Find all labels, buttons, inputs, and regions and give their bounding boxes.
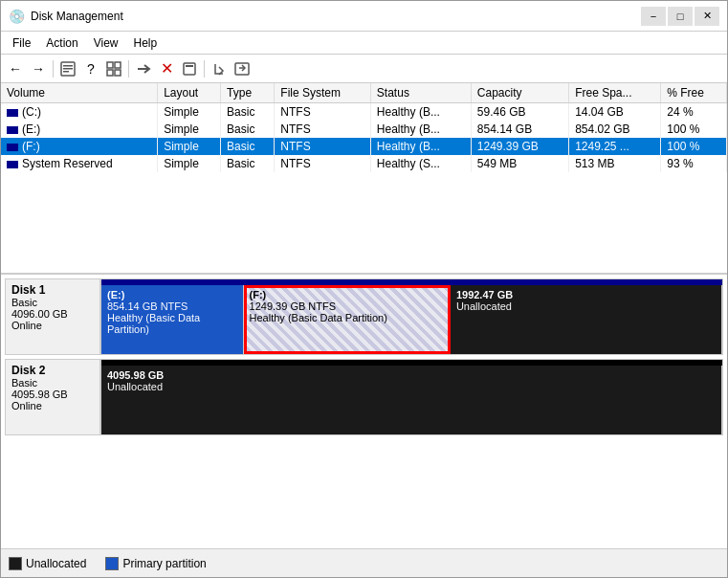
svg-rect-6 [107, 70, 113, 76]
svg-rect-4 [107, 62, 113, 68]
cell-fs: NTFS [275, 103, 371, 122]
export-button[interactable] [232, 58, 253, 79]
partitions-container: 4095.98 GB Unallocated [100, 359, 723, 435]
cell-type: Basic [221, 138, 275, 155]
title-bar: 💿 Disk Management − □ ✕ [1, 1, 727, 32]
cell-layout: Simple [158, 138, 221, 155]
svg-rect-3 [63, 71, 69, 73]
disk-status: Online [11, 320, 94, 331]
cell-status: Healthy (B... [370, 121, 471, 138]
cell-capacity: 1249.39 GB [471, 138, 568, 155]
col-volume: Volume [1, 83, 158, 103]
cell-pct: 24 % [661, 103, 727, 122]
menu-action[interactable]: Action [38, 34, 85, 52]
close-button[interactable]: ✕ [695, 7, 719, 26]
menu-bar: File Action View Help [1, 32, 727, 55]
disk-label: Disk 1 Basic 4096.00 GB Online [5, 278, 100, 355]
partition[interactable]: (F:) 1249.39 GB NTFS Healthy (Basic Data… [244, 285, 451, 354]
disk-row: Disk 2 Basic 4095.98 GB Online 4095.98 G… [5, 359, 723, 435]
partition-name: 1992.47 GB [456, 289, 716, 300]
cell-pct: 93 % [661, 155, 727, 172]
cell-volume: (C:) [1, 103, 158, 122]
table-row[interactable]: (F:)SimpleBasicNTFSHealthy (B...1249.39 … [1, 138, 727, 155]
cell-pct: 100 % [661, 138, 727, 155]
partition-size: 1249.39 GB NTFS [250, 300, 444, 312]
partition[interactable]: 1992.47 GB Unallocated [451, 285, 722, 354]
svg-rect-9 [184, 63, 195, 75]
cell-type: Basic [221, 155, 275, 172]
format-button[interactable] [179, 58, 200, 79]
back-button[interactable]: ← [5, 58, 26, 79]
toolbar-separator-3 [204, 60, 205, 78]
cell-type: Basic [221, 121, 275, 138]
toolbar-separator-1 [53, 60, 54, 78]
table-row[interactable]: System ReservedSimpleBasicNTFSHealthy (S… [1, 155, 727, 172]
properties-button[interactable] [57, 58, 78, 79]
cell-capacity: 59.46 GB [471, 103, 568, 122]
cell-status: Healthy (B... [370, 138, 471, 155]
cell-layout: Simple [158, 121, 221, 138]
cell-free: 854.02 GB [569, 121, 661, 138]
disk-name: Disk 1 [11, 283, 94, 297]
partitions-row: (E:) 854.14 GB NTFS Healthy (Basic Data … [101, 285, 722, 354]
menu-file[interactable]: File [5, 34, 38, 52]
window-title: Disk Management [31, 10, 641, 23]
svg-rect-2 [63, 68, 73, 70]
status-bar: Unallocated Primary partition [1, 548, 727, 577]
cell-layout: Simple [158, 155, 221, 172]
cell-status: Healthy (S... [370, 155, 471, 172]
cell-layout: Simple [158, 103, 221, 122]
partition-status: Healthy (Basic Data Partition) [250, 312, 444, 323]
view-grid-button[interactable] [103, 58, 124, 79]
svg-rect-5 [115, 62, 121, 68]
table-row[interactable]: (C:)SimpleBasicNTFSHealthy (B...59.46 GB… [1, 103, 727, 122]
partition-status: Healthy (Basic Data Partition) [107, 312, 237, 335]
col-filesystem: File System [275, 83, 371, 103]
partition[interactable]: (E:) 854.14 GB NTFS Healthy (Basic Data … [101, 285, 244, 354]
col-layout: Layout [158, 83, 221, 103]
partition-size: 854.14 GB NTFS [107, 300, 237, 312]
partition-name: 4095.98 GB [107, 369, 716, 381]
cell-volume: (E:) [1, 121, 158, 138]
disk-label: Disk 2 Basic 4095.98 GB Online [5, 359, 100, 435]
table-row[interactable]: (E:)SimpleBasicNTFSHealthy (B...854.14 G… [1, 121, 727, 138]
cell-fs: NTFS [275, 138, 371, 155]
minimize-button[interactable]: − [641, 7, 666, 26]
col-status: Status [370, 83, 471, 103]
partition-name: (E:) [107, 289, 237, 300]
volume-table: Volume Layout Type File System Status Ca… [1, 83, 727, 172]
connect-button[interactable] [133, 58, 154, 79]
cell-fs: NTFS [275, 121, 371, 138]
disk-map-area: Disk 1 Basic 4096.00 GB Online (E:) 854.… [1, 275, 727, 548]
help-button[interactable]: ? [80, 58, 101, 79]
import-button[interactable] [209, 58, 230, 79]
disk-size: 4095.98 GB [11, 389, 94, 400]
app-icon: 💿 [9, 9, 25, 24]
toolbar: ← → ? ✕ [1, 55, 727, 83]
partition-name: (F:) [250, 289, 444, 300]
partition[interactable]: 4095.98 GB Unallocated [101, 366, 722, 434]
cell-pct: 100 % [661, 121, 727, 138]
menu-help[interactable]: Help [126, 34, 165, 52]
menu-view[interactable]: View [86, 34, 126, 52]
disk-row: Disk 1 Basic 4096.00 GB Online (E:) 854.… [5, 278, 723, 355]
partition-size: Unallocated [107, 381, 716, 392]
main-content: Volume Layout Type File System Status Ca… [1, 83, 727, 548]
delete-button[interactable]: ✕ [156, 58, 177, 79]
svg-rect-11 [235, 63, 249, 75]
cell-free: 513 MB [569, 155, 661, 172]
forward-button[interactable]: → [28, 58, 49, 79]
col-type: Type [221, 83, 275, 103]
partition-size: Unallocated [456, 300, 716, 312]
cell-free: 14.04 GB [569, 103, 661, 122]
cell-capacity: 854.14 GB [471, 121, 568, 138]
svg-rect-7 [115, 70, 121, 76]
table-header-row: Volume Layout Type File System Status Ca… [1, 83, 727, 103]
disk-status: Online [11, 400, 94, 411]
disk-size: 4096.00 GB [11, 308, 94, 320]
partitions-row: 4095.98 GB Unallocated [101, 366, 722, 434]
cell-volume: System Reserved [1, 155, 158, 172]
maximize-button[interactable]: □ [668, 7, 693, 26]
disk-type: Basic [11, 297, 94, 308]
window-controls: − □ ✕ [641, 7, 719, 26]
